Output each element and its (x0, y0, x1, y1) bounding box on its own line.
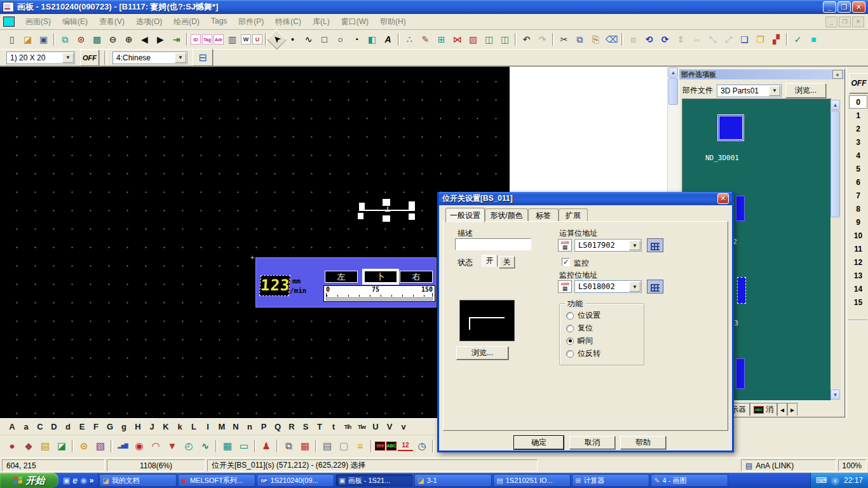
arc-part-icon[interactable]: ◠ (148, 438, 163, 454)
state-off-button[interactable]: OFF (849, 73, 868, 93)
ascii-display-part-icon[interactable]: ABC (386, 442, 397, 451)
pie-tool-icon[interactable]: ◔ (349, 32, 363, 46)
undo-icon[interactable]: ↶ (519, 32, 534, 46)
character-button[interactable]: S (299, 422, 313, 431)
task-calculator[interactable]: ⊞ 计算器 (572, 474, 649, 487)
tab-general[interactable]: 一般设置 (445, 208, 485, 222)
state-on-button[interactable]: 开 (482, 255, 498, 267)
state-number-button[interactable]: 13 (849, 269, 867, 282)
character-button[interactable]: V (383, 422, 397, 431)
more-chevron-icon[interactable]: » (90, 476, 94, 485)
parts-browse-button[interactable]: 浏览... (785, 83, 826, 98)
state-number-button[interactable]: 3 (849, 135, 867, 149)
state-number-button[interactable]: 15 (849, 295, 867, 309)
parts-scrollbar[interactable]: ▲ ▼ (831, 100, 841, 400)
help-button[interactable]: 帮助 (620, 436, 666, 449)
selection-handle[interactable] (409, 214, 415, 220)
language-select[interactable]: 4:Chinese ▼ (112, 51, 187, 64)
mdi-close-icon[interactable]: ✕ (852, 17, 864, 27)
part-item-nd3d001[interactable] (717, 114, 744, 141)
character-button[interactable]: G (103, 422, 117, 431)
menu-item[interactable]: 特殊(C) (269, 15, 307, 29)
show-desktop-icon[interactable]: ▣ (63, 476, 70, 485)
radio-reset[interactable]: 复位 (566, 323, 593, 334)
copy-icon[interactable]: ⧉ (573, 32, 587, 46)
selection-handle[interactable] (409, 201, 415, 211)
state-number-button[interactable]: 11 (849, 242, 867, 255)
state-off-button[interactable]: 关 (499, 256, 515, 268)
picture-tool-icon[interactable]: ▨ (466, 32, 480, 46)
state-number-button[interactable]: 14 (849, 282, 867, 295)
donut-part-icon[interactable]: ◉ (132, 438, 147, 454)
character-button[interactable]: D (47, 422, 61, 431)
character-button[interactable]: Q (271, 422, 285, 431)
monitor-address-select[interactable]: LS018002 ▼ (574, 280, 642, 293)
character-button[interactable]: Tih (341, 424, 355, 430)
state-number-button[interactable]: 8 (849, 202, 867, 215)
character-button[interactable]: F (89, 422, 103, 431)
part-item[interactable] (736, 358, 745, 389)
alarm-clock-icon[interactable]: ⊙ (74, 32, 88, 46)
folder-part-icon[interactable]: ◪ (54, 438, 69, 454)
polyline-tool-icon[interactable]: ∿ (301, 32, 316, 46)
separator[interactable] (515, 33, 517, 46)
character-button[interactable]: T (313, 422, 327, 431)
calculator-icon[interactable] (647, 238, 663, 252)
cancel-button[interactable]: 取消 (569, 436, 615, 449)
mdi-restore-icon[interactable]: ❐ (839, 17, 851, 27)
hmi-left-button[interactable]: 左 (325, 271, 358, 283)
bargraph-part-icon[interactable]: ▂▅▇ (115, 438, 130, 454)
task-huaban[interactable]: ▣ 画板 - 1S21... (336, 474, 413, 487)
tab-scroll-right-icon[interactable]: ▸ (787, 403, 797, 416)
menu-item[interactable]: 绘画(D) (168, 15, 205, 29)
design-canvas[interactable]: ⊥ + 123 mm /min 左 卜 右 0 75 150 (0, 67, 510, 418)
character-button[interactable]: P (257, 422, 271, 431)
menu-item[interactable]: 库(L) (307, 15, 336, 29)
radio-bit-set[interactable]: 位设置 (566, 310, 600, 321)
numeric-display-part-icon[interactable]: 999 (375, 442, 385, 451)
keyboard-tray-icon[interactable]: ⌨ (816, 476, 827, 485)
tile-window-icon[interactable]: ▥ (225, 32, 240, 46)
selection-handle[interactable] (358, 213, 363, 219)
task-paint[interactable]: ✎ 4 - 画图 (651, 474, 728, 487)
radio-bit-invert[interactable]: 位反转 (566, 348, 600, 359)
point-tool-icon[interactable]: • (285, 32, 300, 46)
rotate-ccw-icon[interactable]: ⟲ (642, 32, 656, 46)
frame-tool-icon[interactable]: ⊞ (434, 32, 449, 46)
circle-tool-icon[interactable]: ○ (333, 32, 348, 46)
ie-icon[interactable]: e (72, 475, 78, 485)
image-viewer-icon[interactable]: ▩ (90, 32, 104, 46)
trend-part-icon[interactable]: ∿ (198, 438, 213, 454)
tray-chevron-icon[interactable]: ‹ (831, 476, 840, 485)
character-button[interactable]: C (33, 422, 47, 431)
monitor-checkbox[interactable]: ✓ (562, 258, 570, 266)
scroll-thumb[interactable] (668, 78, 678, 105)
shape-browse-button[interactable]: 浏览... (456, 346, 508, 360)
state-box-icon[interactable]: ■ (806, 32, 821, 46)
character-button[interactable]: a (19, 422, 33, 431)
doc-part-icon[interactable]: ▢ (336, 438, 351, 454)
exit-icon[interactable]: ⇥ (169, 32, 184, 46)
cut-icon[interactable]: ✂ (557, 32, 571, 46)
table-part-icon[interactable]: ▦ (297, 438, 313, 454)
part-item-nd3d003[interactable] (737, 277, 746, 304)
character-button[interactable]: k (173, 422, 187, 431)
grid-part-icon[interactable]: ▦ (220, 438, 235, 454)
expand-icon[interactable]: ⤢ (721, 32, 736, 46)
character-button[interactable]: g (117, 422, 131, 431)
part-item-nd3d002[interactable] (736, 196, 745, 221)
separator[interactable] (370, 440, 372, 452)
new-file-icon[interactable]: ▯ (4, 32, 19, 46)
character-button[interactable]: K (159, 422, 173, 431)
menu-item[interactable]: 画面(S) (20, 15, 57, 29)
text-tool-icon[interactable]: A (381, 32, 395, 46)
character-button[interactable]: M (215, 422, 229, 431)
grid-size-select[interactable]: 1) 20 X 20 ▼ (6, 51, 75, 64)
chevron-down-icon[interactable]: ▼ (769, 86, 780, 96)
zoom-out-icon[interactable]: ⊖ (105, 32, 120, 46)
clock-display-part-icon[interactable]: ◷ (414, 438, 430, 454)
flip-v-icon[interactable]: ⇕ (674, 32, 688, 46)
rotate-cw-icon[interactable]: ⟳ (658, 32, 672, 46)
media-player-icon[interactable]: ◉ (80, 476, 86, 485)
radio-momentary[interactable]: 瞬间 (566, 336, 593, 346)
